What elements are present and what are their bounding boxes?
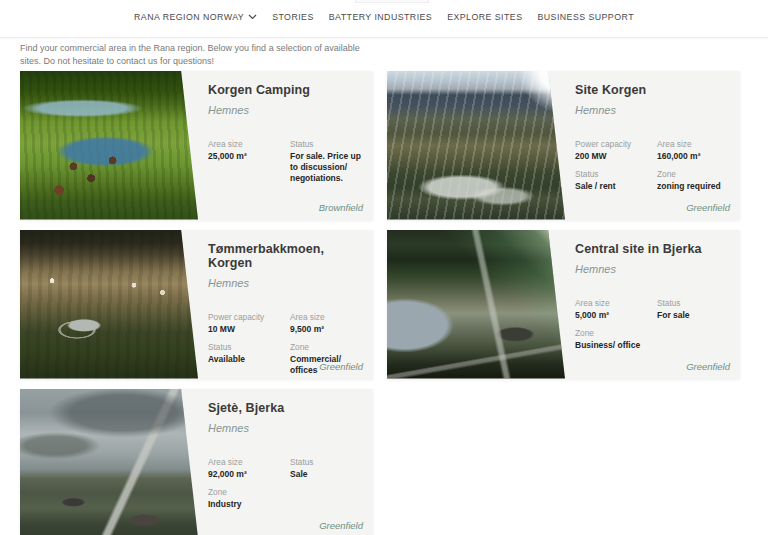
site-specs: Power capacity200 MWArea size160,000 m²S…: [575, 139, 732, 192]
site-card[interactable]: Korgen Camping Hemnes Area size25,000 m²…: [20, 71, 373, 220]
spec-value: 160,000 m²: [657, 151, 730, 162]
spec-item: ZoneBusiness/ office: [575, 328, 657, 351]
field-type-badge: Greenfield: [686, 361, 730, 372]
site-specs: Area size25,000 m²StatusFor sale. Price …: [208, 139, 365, 184]
spec-value: For sale: [657, 310, 730, 321]
spec-label: Status: [290, 457, 363, 467]
spec-item: Area size160,000 m²: [657, 139, 730, 162]
spec-item: Area size5,000 m²: [575, 298, 657, 321]
site-card-body: Central site in Bjerka Hemnes Area size5…: [575, 242, 732, 373]
spec-label: Status: [208, 342, 290, 352]
sjete-bjerka-aerial-image: [20, 389, 198, 535]
tommerbakkmoen-aerial-image: [20, 230, 198, 379]
nav-item-label: BATTERY INDUSTRIES: [329, 12, 432, 22]
site-specs: Area size5,000 m²StatusFor saleZoneBusin…: [575, 298, 732, 351]
chevron-down-icon: [248, 12, 257, 22]
intro-text: Find your commercial area in the Rana re…: [20, 42, 370, 68]
spec-value: 10 MW: [208, 324, 290, 335]
spec-value: Business/ office: [575, 340, 657, 351]
spec-item: Area size25,000 m²: [208, 139, 290, 184]
spec-value: Available: [208, 354, 290, 365]
spec-value: 92,000 m²: [208, 469, 290, 480]
spec-label: Area size: [208, 457, 290, 467]
site-card-body: Tømmerbakkmoen, Korgen Hemnes Power capa…: [208, 242, 365, 373]
nav-item-label: BUSINESS SUPPORT: [537, 12, 634, 22]
site-municipality: Hemnes: [208, 277, 365, 289]
korgen-camping-aerial-image: [20, 71, 198, 220]
spec-label: Zone: [290, 342, 363, 352]
site-title: Tømmerbakkmoen, Korgen: [208, 242, 365, 270]
scrolled-element-edge: [355, 0, 429, 3]
site-korgen-aerial-image: [387, 71, 565, 220]
site-specs: Area size92,000 m²StatusSaleZoneIndustry: [208, 457, 365, 510]
spec-item: StatusFor sale: [657, 298, 730, 321]
site-title: Korgen Camping: [208, 83, 365, 97]
spec-value: For sale. Price up to discussion/ negoti…: [290, 151, 363, 184]
site-card[interactable]: Site Korgen Hemnes Power capacity200 MWA…: [387, 71, 740, 220]
site-municipality: Hemnes: [208, 422, 365, 434]
site-title: Sjetè, Bjerka: [208, 401, 365, 415]
spec-item: ZoneIndustry: [208, 487, 290, 510]
nav-item-label: RANA REGION NORWAY: [134, 12, 244, 22]
site-card-body: Site Korgen Hemnes Power capacity200 MWA…: [575, 83, 732, 214]
site-municipality: Hemnes: [575, 263, 732, 275]
field-type-badge: Greenfield: [319, 520, 363, 531]
spec-value: Sale / rent: [575, 181, 657, 192]
site-card-body: Sjetè, Bjerka Hemnes Area size92,000 m²S…: [208, 401, 365, 532]
bjerka-central-aerial-image: [387, 230, 565, 379]
spec-item: StatusSale: [290, 457, 363, 480]
spec-item: Power capacity200 MW: [575, 139, 657, 162]
spec-label: Area size: [208, 139, 290, 149]
spec-item: Area size9,500 m²: [290, 312, 363, 335]
nav-item-business-support[interactable]: BUSINESS SUPPORT: [537, 12, 634, 22]
spec-label: Status: [290, 139, 363, 149]
spec-label: Area size: [657, 139, 730, 149]
field-type-badge: Greenfield: [686, 202, 730, 213]
spec-item: StatusFor sale. Price up to discussion/ …: [290, 139, 363, 184]
site-municipality: Hemnes: [575, 104, 732, 116]
spec-value: Industry: [208, 499, 290, 510]
spec-label: Area size: [290, 312, 363, 322]
site-title: Site Korgen: [575, 83, 732, 97]
spec-value: zoning required: [657, 181, 730, 192]
top-navigation-bar: RANA REGION NORWAY STORIES BATTERY INDUS…: [0, 0, 768, 38]
spec-value: Sale: [290, 469, 363, 480]
nav-item-stories[interactable]: STORIES: [272, 12, 314, 22]
spec-item: StatusSale / rent: [575, 169, 657, 192]
spec-value: 5,000 m²: [575, 310, 657, 321]
main-nav: RANA REGION NORWAY STORIES BATTERY INDUS…: [0, 0, 768, 22]
site-title: Central site in Bjerka: [575, 242, 732, 256]
spec-label: Zone: [208, 487, 290, 497]
spec-label: Area size: [575, 298, 657, 308]
site-card[interactable]: Central site in Bjerka Hemnes Area size5…: [387, 230, 740, 379]
spec-label: Zone: [657, 169, 730, 179]
spec-label: Power capacity: [575, 139, 657, 149]
spec-item: Power capacity10 MW: [208, 312, 290, 335]
spec-item: Area size92,000 m²: [208, 457, 290, 480]
spec-label: Status: [657, 298, 730, 308]
spec-item: StatusAvailable: [208, 342, 290, 376]
spec-label: Zone: [575, 328, 657, 338]
field-type-badge: Brownfield: [319, 202, 363, 213]
site-card-body: Korgen Camping Hemnes Area size25,000 m²…: [208, 83, 365, 214]
spec-value: 200 MW: [575, 151, 657, 162]
sites-card-grid: Korgen Camping Hemnes Area size25,000 m²…: [20, 71, 740, 535]
field-type-badge: Greenfield: [319, 361, 363, 372]
nav-item-explore-sites[interactable]: EXPLORE SITES: [447, 12, 522, 22]
spec-value: 25,000 m²: [208, 151, 290, 162]
site-card[interactable]: Tømmerbakkmoen, Korgen Hemnes Power capa…: [20, 230, 373, 379]
spec-label: Status: [575, 169, 657, 179]
site-card[interactable]: Sjetè, Bjerka Hemnes Area size92,000 m²S…: [20, 389, 373, 535]
site-municipality: Hemnes: [208, 104, 365, 116]
spec-item: Zonezoning required: [657, 169, 730, 192]
nav-item-rana-region-norway[interactable]: RANA REGION NORWAY: [134, 11, 257, 22]
spec-value: 9,500 m²: [290, 324, 363, 335]
nav-item-label: STORIES: [272, 12, 314, 22]
nav-item-battery-industries[interactable]: BATTERY INDUSTRIES: [329, 12, 432, 22]
nav-item-label: EXPLORE SITES: [447, 12, 522, 22]
spec-label: Power capacity: [208, 312, 290, 322]
